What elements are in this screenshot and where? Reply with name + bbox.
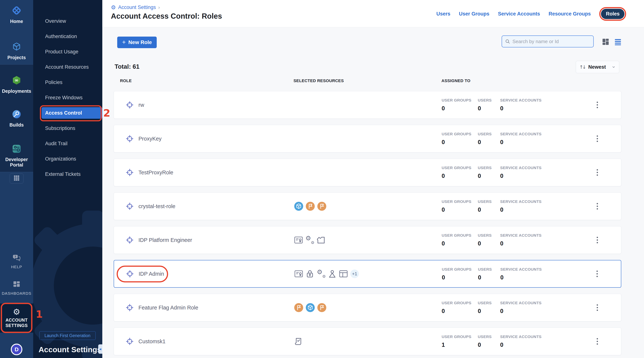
plus-icon: + bbox=[122, 39, 126, 46]
projects-cube-icon bbox=[11, 42, 22, 53]
assigned-user-groups-label: USER GROUPS bbox=[442, 267, 472, 272]
svg-text:∞: ∞ bbox=[15, 77, 18, 83]
page-header: ⚙ Account Settings › Account Access Cont… bbox=[102, 0, 644, 27]
header-tabs: UsersUser GroupsService AccountsResource… bbox=[436, 7, 626, 21]
row-menu-kebab-icon[interactable] bbox=[595, 269, 599, 279]
settings-nav-item-organizations[interactable]: Organizations bbox=[33, 151, 102, 166]
settings-nav-item-freeze-windows[interactable]: Freeze Windows bbox=[33, 90, 102, 105]
row-menu-kebab-icon[interactable] bbox=[595, 337, 600, 346]
rail-item-help[interactable]: ? HELP bbox=[0, 254, 33, 269]
rail-label-projects: Projects bbox=[8, 55, 26, 60]
settings-nav-item-overview[interactable]: Overview bbox=[33, 14, 102, 29]
assigned-service-accounts-label: SERVICE ACCOUNTS bbox=[500, 301, 542, 305]
role-row-customsk1[interactable]: Customsk1USER GROUPS1USERS0SERVICE ACCOU… bbox=[114, 327, 621, 355]
row-menu-kebab-icon[interactable] bbox=[595, 235, 600, 245]
assigned-users-label: USERS bbox=[478, 199, 492, 204]
assigned-user-groups-label: USER GROUPS bbox=[442, 301, 472, 305]
row-menu-kebab-icon[interactable] bbox=[595, 202, 600, 211]
settings-nav-label: Account Resources bbox=[45, 64, 89, 70]
launch-first-generation-button[interactable]: Launch First Generation bbox=[39, 331, 96, 340]
assigned-users-count: 0 bbox=[478, 207, 481, 213]
settings-nav-item-account-resources[interactable]: Account Resources bbox=[33, 59, 102, 75]
rail-item-account-settings[interactable]: ⚙ ACCOUNT SETTINGS bbox=[0, 303, 33, 333]
role-name-cell: IDP Admin bbox=[126, 260, 164, 287]
row-menu-kebab-icon[interactable] bbox=[595, 134, 600, 143]
dashboards-icon bbox=[13, 281, 20, 289]
settings-nav-item-policies[interactable]: Policies bbox=[33, 75, 102, 90]
user-avatar[interactable]: D bbox=[11, 344, 22, 355]
role-row-testproxyrole[interactable]: TestProxyRoleUSER GROUPS0USERS0SERVICE A… bbox=[114, 159, 621, 186]
settings-nav-item-authentication[interactable]: Authentication bbox=[33, 29, 102, 44]
column-header-role: ROLE bbox=[120, 78, 132, 83]
search-icon bbox=[505, 39, 510, 44]
assigned-users-count: 0 bbox=[478, 341, 481, 348]
role-target-icon bbox=[126, 101, 134, 109]
rail-item-builds[interactable]: Builds bbox=[0, 109, 33, 128]
settings-nav-item-product-usage[interactable]: Product Usage bbox=[33, 44, 102, 59]
settings-nav-item-subscriptions[interactable]: Subscriptions bbox=[33, 121, 102, 136]
role-name-cell: rw bbox=[126, 91, 144, 118]
assigned-users-count: 0 bbox=[478, 173, 481, 179]
main-content: ⚙ Account Settings › Account Access Cont… bbox=[102, 0, 644, 358]
tab-user-groups[interactable]: User Groups bbox=[459, 11, 490, 17]
rail-item-developer-portal[interactable]: Developer Portal bbox=[0, 144, 33, 168]
sort-dropdown[interactable]: ↑↓ Newest bbox=[576, 61, 619, 73]
certificate-icon bbox=[294, 236, 303, 244]
row-menu-kebab-icon[interactable] bbox=[595, 168, 600, 177]
rail-item-dashboards[interactable]: DASHBOARDS bbox=[0, 281, 33, 296]
role-row-rw[interactable]: rwUSER GROUPS0USERS0SERVICE ACCOUNTS0 bbox=[114, 91, 621, 119]
row-menu-kebab-icon[interactable] bbox=[595, 100, 600, 110]
tab-resource-groups[interactable]: Resource Groups bbox=[548, 11, 591, 17]
assigned-service-accounts-label: SERVICE ACCOUNTS bbox=[500, 132, 542, 136]
settings-nav-item-external-tickets[interactable]: External Tickets bbox=[33, 166, 102, 182]
roles-list: rwUSER GROUPS0USERS0SERVICE ACCOUNTS0Pro… bbox=[114, 91, 621, 358]
breadcrumb-gear-icon: ⚙ bbox=[111, 5, 116, 10]
role-row-proxykey[interactable]: ProxyKeyUSER GROUPS0USERS0SERVICE ACCOUN… bbox=[114, 125, 621, 152]
assigned-service-accounts-count: 0 bbox=[500, 240, 503, 247]
role-name: ProxyKey bbox=[138, 136, 162, 142]
role-row-idp-platform-engineer[interactable]: IDP Platform Engineer⚙⚙USER GROUPS0USERS… bbox=[114, 226, 621, 254]
role-row-feature-flag-admin-role[interactable]: Feature Flag Admin RoleUSER GROUPS0USERS… bbox=[114, 294, 621, 321]
selected-resources-cell: ⚙⚙ bbox=[294, 226, 325, 254]
new-role-label: New Role bbox=[128, 39, 152, 45]
breadcrumb[interactable]: ⚙ Account Settings › bbox=[111, 5, 160, 10]
tab-service-accounts[interactable]: Service Accounts bbox=[498, 11, 540, 17]
assigned-service-accounts-count: 0 bbox=[500, 341, 503, 348]
rail-item-projects[interactable]: Projects bbox=[0, 42, 33, 60]
search-input[interactable] bbox=[512, 39, 590, 44]
assigned-user-groups-label: USER GROUPS bbox=[442, 233, 472, 238]
role-target-icon bbox=[126, 337, 134, 346]
module-grid-button[interactable] bbox=[10, 173, 24, 184]
new-role-button[interactable]: + New Role bbox=[117, 37, 157, 48]
plugin-icon bbox=[316, 236, 325, 244]
settings-nav-item-access-control[interactable]: Access Control bbox=[33, 105, 102, 121]
selected-resources-cell bbox=[294, 193, 326, 220]
settings-nav-label: External Tickets bbox=[45, 171, 81, 177]
role-name: TestProxyRole bbox=[138, 169, 173, 176]
row-menu-kebab-icon[interactable] bbox=[595, 303, 600, 312]
role-name-cell: crystal-test-role bbox=[126, 193, 175, 220]
settings-nav-list: OverviewAuthenticationProduct UsageAccou… bbox=[33, 14, 102, 182]
assigned-service-accounts-label: SERVICE ACCOUNTS bbox=[500, 267, 542, 272]
rail-item-deployments[interactable]: ∞ Deployments bbox=[0, 75, 33, 94]
total-count: Total: 61 bbox=[114, 63, 140, 70]
rail-item-home[interactable]: Home bbox=[0, 5, 33, 24]
annotation-number-1: 1 bbox=[36, 308, 43, 320]
settings-nav-item-audit-trail[interactable]: Audit Trail bbox=[33, 136, 102, 151]
search-box bbox=[502, 36, 594, 47]
grid-view-toggle-icon[interactable] bbox=[602, 38, 609, 45]
role-row-idp-admin[interactable]: IDP Admin⚙⚙+1USER GROUPS0USERS0SERVICE A… bbox=[114, 260, 621, 288]
collapse-subnav-handle[interactable]: ◀ bbox=[98, 344, 102, 354]
rail-label-home: Home bbox=[10, 19, 23, 24]
account-settings-gear-icon: ⚙ bbox=[13, 308, 20, 316]
deployments-cd-icon: ∞ bbox=[11, 75, 22, 86]
list-view-toggle-icon[interactable] bbox=[614, 38, 622, 45]
tab-roles[interactable]: Roles bbox=[601, 9, 624, 19]
environments-circle-icon bbox=[306, 303, 315, 312]
checked-document-icon bbox=[294, 337, 303, 346]
role-target-icon bbox=[126, 168, 134, 177]
tab-users[interactable]: Users bbox=[436, 11, 450, 17]
assigned-users-label: USERS bbox=[478, 301, 492, 305]
breadcrumb-link[interactable]: Account Settings bbox=[118, 5, 156, 10]
role-row-crystal-test-role[interactable]: crystal-test-roleUSER GROUPS0USERS0SERVI… bbox=[114, 193, 621, 220]
